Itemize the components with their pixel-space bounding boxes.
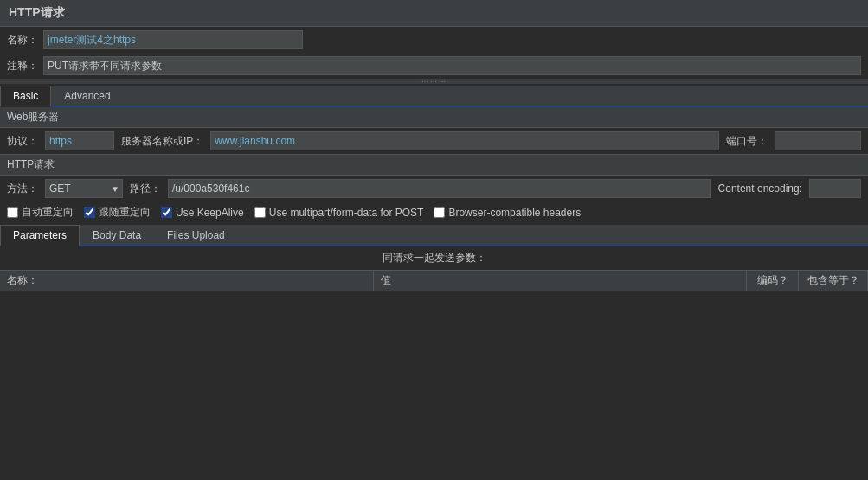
name-input[interactable] [43,30,303,49]
resize-dots-icon: ⋯⋯⋯ [421,78,447,86]
http-request-section-header: HTTP请求 [0,154,868,176]
resize-handle[interactable]: ⋯⋯⋯ [0,79,868,84]
comment-row: 注释： [0,53,868,79]
checkbox-follow-redirect-label: 跟随重定向 [99,205,151,220]
sub-tab-parameters[interactable]: Parameters [0,225,80,246]
comment-label: 注释： [7,59,38,74]
params-header: 同请求一起发送参数： [0,246,868,271]
checkbox-browser-headers-label: Browser-compatible headers [448,207,581,219]
checkbox-auto-redirect: 自动重定向 [7,205,74,220]
params-content[interactable] [0,291,868,480]
name-label: 名称： [7,33,38,48]
params-col-include: 包含等于？ [799,271,868,291]
checkbox-auto-redirect-label: 自动重定向 [22,205,74,220]
server-row: 协议： 服务器名称或IP： 端口号： [0,128,868,154]
main-content: Web服务器 协议： 服务器名称或IP： 端口号： HTTP请求 方法： GET… [0,107,868,480]
checkbox-follow-redirect-input[interactable] [84,207,95,218]
encoding-input[interactable] [809,179,861,198]
port-label: 端口号： [726,134,768,149]
sub-tab-body-data[interactable]: Body Data [80,225,154,245]
encoding-label: Content encoding: [718,182,802,195]
checkbox-multipart: Use multipart/form-data for POST [254,207,424,219]
protocol-input[interactable] [45,131,114,150]
params-col-name: 名称： [0,271,374,291]
path-input[interactable] [168,179,711,198]
checkbox-auto-redirect-input[interactable] [7,207,18,218]
tab-advanced[interactable]: Advanced [51,86,123,106]
protocol-label: 协议： [7,134,38,149]
checkbox-keepalive-label: Use KeepAlive [176,207,244,219]
checkbox-browser-headers-input[interactable] [434,207,445,218]
checkbox-row: 自动重定向 跟随重定向 Use KeepAlive Use multipart/… [0,202,868,223]
checkbox-keepalive: Use KeepAlive [161,207,244,219]
checkbox-multipart-label: Use multipart/form-data for POST [269,207,424,219]
server-label: 服务器名称或IP： [121,134,203,149]
params-columns-header: 名称： 值 编码？ 包含等于？ [0,271,868,291]
method-label: 方法： [7,182,38,196]
params-col-encode: 编码？ [747,271,799,291]
path-label: 路径： [130,182,161,196]
port-input[interactable] [775,131,861,150]
method-wrapper: GET POST PUT DELETE HEAD PATCH ▼ [45,179,123,198]
params-col-value: 值 [374,271,748,291]
checkbox-keepalive-input[interactable] [161,207,172,218]
http-request-panel: HTTP请求 名称： 注释： ⋯⋯⋯ Basic Advanced Web服务器… [0,0,868,480]
checkbox-multipart-input[interactable] [254,207,266,218]
sub-tab-files-upload[interactable]: Files Upload [154,225,238,245]
method-row: 方法： GET POST PUT DELETE HEAD PATCH ▼ 路径：… [0,176,868,202]
name-row: 名称： [0,27,868,53]
tab-basic[interactable]: Basic [0,86,51,107]
checkbox-browser-headers: Browser-compatible headers [434,207,581,219]
method-select[interactable]: GET POST PUT DELETE HEAD PATCH [45,179,123,198]
sub-tabs: Parameters Body Data Files Upload [0,225,868,246]
comment-input[interactable] [43,56,861,75]
web-server-section-header: Web服务器 [0,107,868,128]
checkbox-follow-redirect: 跟随重定向 [84,205,151,220]
main-tabs: Basic Advanced [0,86,868,107]
server-input[interactable] [210,131,719,150]
panel-title: HTTP请求 [0,0,868,27]
